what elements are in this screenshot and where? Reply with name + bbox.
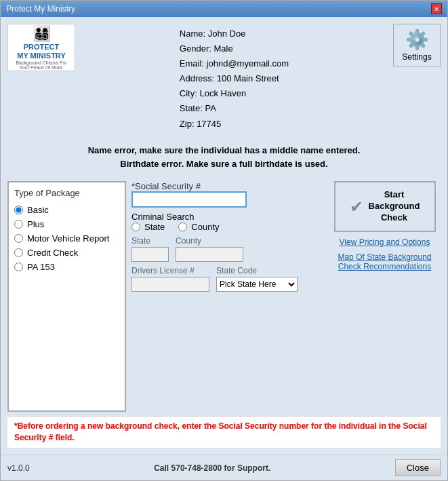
user-state: State: PA <box>180 101 289 116</box>
package-label-basic: Basic <box>27 205 49 215</box>
warning-text: *Before ordering a new background check,… <box>14 421 427 442</box>
package-label-plus: Plus <box>27 219 44 229</box>
error-line1: Name error, make sure the individual has… <box>13 144 435 158</box>
user-city: City: Lock Haven <box>180 86 289 101</box>
error-line2: Birthdate error. Make sure a full birthd… <box>13 157 435 172</box>
dl-input[interactable] <box>131 277 209 292</box>
map-link[interactable]: Map Of State Background Check Recommenda… <box>338 252 431 271</box>
package-radio-credit[interactable] <box>14 248 23 257</box>
ssn-label: *Social Security # <box>131 181 323 191</box>
package-option-mvr[interactable]: Motor Vehicle Report <box>14 233 119 244</box>
logo-title: PROTECT MY MINISTRY <box>17 43 66 60</box>
support-label: Call 570-748-2800 for Support. <box>154 463 270 473</box>
package-label-credit: Credit Check <box>27 248 78 258</box>
package-radio-basic[interactable] <box>14 206 23 214</box>
settings-label: Settings <box>402 52 431 62</box>
package-radio-plus[interactable] <box>14 220 23 229</box>
county-field[interactable] <box>176 247 243 262</box>
title-bar: Protect My Ministry ✕ <box>1 1 447 17</box>
user-email: Email: johnd@myemail.com <box>180 56 289 71</box>
error-section: Name error, make sure the individual has… <box>7 138 441 178</box>
view-pricing-link[interactable]: View Pricing and Options <box>340 237 430 247</box>
package-option-pa153[interactable]: PA 153 <box>14 262 119 272</box>
dl-label: Drivers License # <box>131 266 209 275</box>
dl-section: Drivers License # <box>131 266 209 292</box>
county-radio[interactable] <box>178 223 187 231</box>
state-field-label: State <box>131 236 169 246</box>
package-label-mvr: Motor Vehicle Report <box>27 233 109 244</box>
state-radio-item[interactable]: State <box>131 222 165 232</box>
criminal-radio-row: State County <box>131 222 323 232</box>
bottom-bar: v1.0.0 Call 570-748-2800 for Support. Cl… <box>1 455 447 480</box>
right-panel: ✔ Start Background Check View Pricing an… <box>329 181 441 412</box>
user-name: Name: John Doe <box>180 26 289 41</box>
settings-icon: ⚙️ <box>405 28 429 51</box>
check-icon: ✔ <box>350 197 363 216</box>
state-county-row: State County <box>131 236 323 262</box>
top-section: 👨‍👩‍👧‍👦 PROTECT MY MINISTRY Background C… <box>7 24 441 134</box>
package-radio-mvr[interactable] <box>14 234 23 243</box>
state-radio[interactable] <box>131 223 140 231</box>
criminal-label: Criminal Search <box>131 212 323 222</box>
package-option-credit[interactable]: Credit Check <box>14 248 119 258</box>
main-window: Protect My Ministry ✕ 👨‍👩‍👧‍👦 PROTECT MY… <box>0 0 448 481</box>
main-content: 👨‍👩‍👧‍👦 PROTECT MY MINISTRY Background C… <box>1 17 447 455</box>
user-gender: Gender: Male <box>180 41 289 56</box>
county-radio-item[interactable]: County <box>178 222 219 232</box>
package-option-basic[interactable]: Basic <box>14 205 119 215</box>
logo-box: 👨‍👩‍👧‍👦 PROTECT MY MINISTRY Background C… <box>7 24 75 71</box>
state-field[interactable] <box>131 247 169 262</box>
county-field-label: County <box>176 236 243 246</box>
county-field-group: County <box>176 236 243 262</box>
logo-people-icon: 👨‍👩‍👧‍👦 <box>33 25 51 43</box>
form-section: Type of Package Basic Plus Motor Vehicle… <box>7 181 441 412</box>
dl-statecode-row: Drivers License # State Code Pick State … <box>131 266 323 292</box>
window-close-button[interactable]: ✕ <box>431 3 442 14</box>
start-bg-text: Start Background Check <box>369 189 420 224</box>
user-info-section: Name: John Doe Gender: Male Email: johnd… <box>180 24 289 134</box>
state-code-select[interactable]: Pick State Here <box>216 277 298 292</box>
user-address: Address: 100 Main Street <box>180 71 289 86</box>
middle-form: *Social Security # Criminal Search State… <box>131 181 323 412</box>
state-code-label: State Code <box>216 266 298 275</box>
statecode-section: State Code Pick State Here <box>216 266 298 292</box>
state-radio-label: State <box>144 222 165 232</box>
package-title: Type of Package <box>14 188 119 198</box>
package-radio-pa153[interactable] <box>14 263 23 271</box>
warning-section: *Before ordering a new background check,… <box>7 416 441 448</box>
logo-sub: Background Checks For Your Peace Of Mind… <box>11 60 72 70</box>
logo-area: 👨‍👩‍👧‍👦 PROTECT MY MINISTRY Background C… <box>7 24 75 71</box>
package-label-pa153: PA 153 <box>27 262 55 272</box>
close-button[interactable]: Close <box>395 459 441 476</box>
package-box: Type of Package Basic Plus Motor Vehicle… <box>7 181 126 412</box>
window-title: Protect My Ministry <box>6 4 75 14</box>
settings-button[interactable]: ⚙️ Settings <box>393 24 441 66</box>
county-radio-label: County <box>191 222 219 232</box>
version-label: v1.0.0 <box>7 463 30 473</box>
close-icon: ✕ <box>434 5 439 13</box>
ssn-input[interactable] <box>131 191 247 208</box>
user-zip: Zip: 17745 <box>180 117 289 132</box>
start-background-check-button[interactable]: ✔ Start Background Check <box>334 181 436 232</box>
package-option-plus[interactable]: Plus <box>14 219 119 229</box>
state-field-group: State <box>131 236 169 262</box>
